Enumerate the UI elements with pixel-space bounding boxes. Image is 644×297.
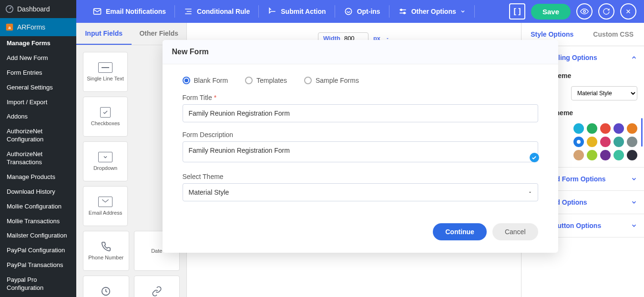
color-swatch[interactable] bbox=[587, 137, 597, 147]
svg-point-6 bbox=[403, 12, 405, 14]
color-swatch[interactable] bbox=[627, 150, 637, 160]
svg-point-7 bbox=[583, 10, 586, 13]
sidebar-arforms-label: ARForms bbox=[17, 23, 45, 31]
close-icon bbox=[625, 8, 632, 15]
sidebar-subitem[interactable]: Mollie Transactions bbox=[0, 214, 76, 229]
topbar-conditional-rule[interactable]: Conditional Rule bbox=[175, 5, 259, 18]
radio-label: Blank Form bbox=[194, 77, 228, 84]
field-label: Single Line Text bbox=[87, 76, 123, 81]
sidebar-subitem[interactable]: PayPal Transactions bbox=[0, 258, 76, 273]
chevron-down-icon bbox=[631, 199, 637, 206]
radio-blank-form[interactable]: Blank Form bbox=[183, 77, 228, 84]
color-swatch[interactable] bbox=[600, 123, 611, 134]
sidebar-subitem[interactable]: General Settings bbox=[0, 80, 76, 95]
field-url[interactable]: Website/URL bbox=[134, 276, 180, 297]
svg-point-5 bbox=[400, 9, 402, 10]
field-single-line-text[interactable]: Single Line Text bbox=[83, 52, 128, 92]
topbar-submit-action[interactable]: Submit Action bbox=[259, 5, 335, 18]
color-swatch[interactable] bbox=[613, 150, 624, 160]
close-button[interactable] bbox=[620, 3, 636, 20]
save-button[interactable]: Save bbox=[531, 4, 571, 20]
color-swatch[interactable] bbox=[627, 137, 637, 147]
field-email[interactable]: Email Address bbox=[83, 186, 128, 226]
brackets-button[interactable]: [ ] bbox=[509, 3, 525, 20]
color-swatch[interactable] bbox=[587, 150, 597, 160]
sidebar-subitem[interactable]: Addons bbox=[0, 109, 76, 124]
sidebar-item-dashboard[interactable]: Dashboard bbox=[0, 0, 76, 18]
sidebar-item-arforms[interactable]: a ARForms bbox=[0, 18, 76, 36]
input-style-select[interactable]: Material Style bbox=[571, 86, 637, 100]
tab-input-fields[interactable]: Input Fields bbox=[76, 23, 132, 45]
topbar-other-options[interactable]: Other Options bbox=[389, 5, 475, 18]
brackets-label: [ ] bbox=[513, 7, 521, 16]
field-label: Dropdown bbox=[93, 165, 117, 171]
sidebar-subitem[interactable]: PayPal Configuration bbox=[0, 243, 76, 258]
sidebar-subitem[interactable]: Mollie Configuration bbox=[0, 199, 76, 214]
svg-point-4 bbox=[345, 8, 351, 14]
preview-button[interactable] bbox=[576, 3, 593, 20]
field-label: Checkboxes bbox=[91, 120, 120, 126]
dashboard-icon bbox=[5, 4, 14, 14]
color-swatch[interactable] bbox=[627, 123, 637, 134]
refresh-button[interactable] bbox=[598, 3, 614, 20]
color-swatch[interactable] bbox=[587, 123, 597, 134]
sidebar-subitem[interactable]: Download History bbox=[0, 185, 76, 199]
text-icon bbox=[98, 62, 112, 73]
field-label: Email Address bbox=[89, 210, 122, 216]
tab-custom-css[interactable]: Custom CSS bbox=[583, 23, 644, 46]
eye-icon bbox=[580, 7, 589, 16]
radio-templates[interactable]: Templates bbox=[245, 77, 287, 84]
sidebar-subitem[interactable]: Form Entries bbox=[0, 66, 76, 80]
topbar-email-notifications[interactable]: Email Notifications bbox=[84, 5, 175, 18]
modal-title: New Form bbox=[163, 40, 558, 64]
color-swatch[interactable] bbox=[613, 123, 624, 134]
field-dropdown[interactable]: Dropdown bbox=[83, 141, 128, 181]
sidebar-subitem[interactable]: Manage Forms bbox=[0, 36, 76, 51]
form-title-label: Form Title * bbox=[183, 94, 538, 101]
radio-icon bbox=[304, 77, 312, 84]
chevron-down-icon bbox=[460, 9, 466, 14]
color-swatch[interactable] bbox=[613, 137, 624, 147]
sidebar-subitem[interactable]: AuthorizeNet Transactions bbox=[0, 147, 76, 170]
chevron-up-icon bbox=[631, 54, 637, 61]
email-field-icon bbox=[98, 197, 112, 207]
field-checkboxes[interactable]: Checkboxes bbox=[83, 97, 128, 137]
checkbox-icon bbox=[100, 107, 111, 118]
color-swatch[interactable] bbox=[573, 137, 584, 147]
topbar-optins[interactable]: Opt-ins bbox=[335, 5, 389, 18]
form-title-input[interactable] bbox=[183, 104, 538, 122]
continue-button[interactable]: Continue bbox=[433, 223, 487, 240]
sidebar-subitem[interactable]: Manage Products bbox=[0, 170, 76, 185]
cancel-button[interactable]: Cancel bbox=[492, 223, 538, 240]
submit-icon bbox=[267, 7, 277, 16]
new-form-modal: New Form Blank Form Templates Sample For… bbox=[163, 40, 558, 253]
color-swatch[interactable] bbox=[600, 137, 611, 147]
form-desc-label: Form Description bbox=[183, 131, 538, 139]
arforms-icon: a bbox=[5, 22, 14, 32]
sidebar-subitem[interactable]: Mailster Configuration bbox=[0, 228, 76, 243]
admin-sidebar: Dashboard a ARForms Manage FormsAdd New … bbox=[0, 0, 76, 297]
email-icon bbox=[92, 7, 102, 16]
sidebar-subitem[interactable]: Paypal Pro Configuration bbox=[0, 273, 76, 296]
color-swatch[interactable] bbox=[573, 150, 584, 160]
field-time[interactable]: Time bbox=[83, 276, 129, 297]
link-icon bbox=[152, 286, 162, 297]
chevron-down-icon bbox=[631, 176, 637, 182]
clock-icon bbox=[101, 286, 111, 297]
optins-icon bbox=[344, 7, 353, 16]
sidebar-subitem[interactable]: AuthorizeNet Configuration bbox=[0, 124, 76, 147]
form-desc-input[interactable] bbox=[183, 141, 538, 162]
topbar-label: Opt-ins bbox=[357, 8, 380, 15]
conditional-icon bbox=[184, 7, 193, 16]
color-swatch[interactable] bbox=[600, 150, 611, 160]
chevron-down-icon bbox=[631, 222, 637, 229]
sidebar-subitem[interactable]: Add New Form bbox=[0, 51, 76, 66]
field-phone[interactable]: Phone Number bbox=[83, 231, 129, 271]
theme-select[interactable]: Material Style bbox=[183, 183, 538, 201]
sidebar-subitem[interactable]: Import / Export bbox=[0, 95, 76, 110]
topbar-label: Submit Action bbox=[281, 8, 326, 15]
color-swatch[interactable] bbox=[573, 123, 584, 134]
scrollbar-thumb[interactable] bbox=[641, 118, 643, 147]
grammar-check-icon[interactable] bbox=[530, 153, 539, 162]
radio-sample-forms[interactable]: Sample Forms bbox=[304, 77, 359, 84]
